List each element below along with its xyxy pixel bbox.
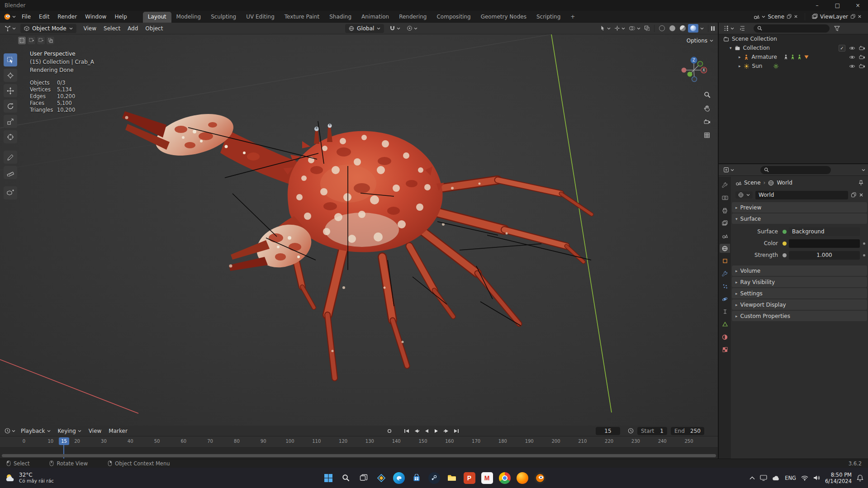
options-button[interactable]: Options bbox=[687, 38, 713, 44]
maximize-button[interactable]: □ bbox=[827, 0, 848, 11]
onedrive-tray-icon[interactable] bbox=[772, 475, 780, 481]
workspace-tab-uv-editing[interactable]: UV Editing bbox=[241, 12, 280, 23]
workspace-tab-shading[interactable]: Shading bbox=[324, 12, 356, 23]
monitor-tray-icon[interactable] bbox=[760, 475, 767, 481]
browse-world-button[interactable] bbox=[735, 191, 753, 199]
shading-material-button[interactable] bbox=[678, 24, 688, 33]
tab-modifiers[interactable] bbox=[720, 269, 730, 278]
editor-type-button[interactable] bbox=[3, 24, 18, 33]
outliner-row-sun[interactable]: ▸ Sun bbox=[719, 62, 868, 71]
unlink-scene-icon[interactable] bbox=[794, 14, 798, 19]
pause-render-icon[interactable] bbox=[711, 26, 715, 31]
blender-icon[interactable] bbox=[534, 472, 546, 484]
zoom-view-icon[interactable] bbox=[701, 89, 713, 100]
frame-start-field[interactable]: Start1 bbox=[637, 427, 667, 435]
menu-select[interactable]: Select bbox=[100, 24, 124, 33]
shading-wireframe-button[interactable] bbox=[657, 24, 667, 33]
pin-icon[interactable] bbox=[859, 180, 863, 186]
network-tray-icon[interactable] bbox=[801, 475, 808, 481]
menu-edit[interactable]: Edit bbox=[35, 12, 53, 21]
shading-solid-button[interactable] bbox=[667, 24, 678, 33]
frame-end-field[interactable]: End250 bbox=[671, 427, 704, 435]
viewlayer-selector[interactable]: ViewLayer bbox=[809, 13, 864, 21]
outliner-row-armature[interactable]: ▸ Armature bbox=[719, 52, 868, 62]
jump-to-end-button[interactable] bbox=[451, 427, 461, 435]
menu-playback[interactable]: Playback bbox=[17, 426, 54, 436]
light-data-icon[interactable] bbox=[773, 63, 779, 69]
properties-search-input[interactable] bbox=[760, 166, 831, 174]
color-swatch-field[interactable] bbox=[789, 239, 860, 248]
file-explorer-icon[interactable] bbox=[446, 472, 458, 484]
menu-help[interactable]: Help bbox=[110, 12, 131, 21]
panel-viewport-display[interactable]: ▸Viewport Display bbox=[732, 299, 867, 310]
auto-keying-button[interactable] bbox=[384, 427, 394, 435]
disable-in-renders-icon[interactable] bbox=[859, 55, 865, 59]
current-frame-field[interactable]: 15 bbox=[596, 427, 620, 435]
photos-icon[interactable] bbox=[375, 472, 387, 484]
menu-view[interactable]: View bbox=[80, 24, 100, 33]
transform-orientation-dropdown[interactable]: Global bbox=[345, 24, 384, 33]
panel-volume[interactable]: ▸Volume bbox=[732, 265, 867, 276]
outliner-row-collection[interactable]: ▾ Collection ✓ bbox=[719, 43, 868, 52]
chrome-icon[interactable] bbox=[499, 472, 511, 484]
rotate-tool[interactable] bbox=[4, 99, 17, 113]
properties-editor-type-button[interactable] bbox=[721, 166, 736, 174]
cursor-tool[interactable] bbox=[4, 69, 17, 82]
properties-options-icon[interactable] bbox=[862, 169, 865, 171]
strength-slider[interactable]: 1.000 bbox=[789, 251, 860, 260]
blender-logo-icon[interactable] bbox=[4, 13, 16, 20]
clock-widget[interactable]: 8:50 PM 6/14/2024 bbox=[825, 472, 852, 484]
gizmos-dropdown[interactable] bbox=[612, 24, 627, 32]
xray-toggle[interactable] bbox=[642, 24, 652, 32]
disable-in-renders-icon[interactable] bbox=[859, 46, 865, 50]
select-mode-extend-button[interactable] bbox=[28, 37, 35, 44]
language-indicator[interactable]: ENG bbox=[785, 475, 796, 481]
volume-tray-icon[interactable] bbox=[813, 475, 820, 481]
menu-view-timeline[interactable]: View bbox=[85, 426, 105, 436]
breadcrumb-world[interactable]: World bbox=[777, 180, 792, 186]
panel-ray-visibility[interactable]: ▸Ray Visibility bbox=[732, 277, 867, 287]
store-icon[interactable] bbox=[411, 472, 422, 484]
jump-to-start-button[interactable] bbox=[402, 427, 412, 435]
hide-in-viewport-icon[interactable] bbox=[849, 64, 855, 68]
tab-tool[interactable] bbox=[720, 180, 730, 190]
menu-keying[interactable]: Keying bbox=[54, 426, 85, 436]
armature-data-icon[interactable] bbox=[797, 54, 802, 60]
workspace-tab-rendering[interactable]: Rendering bbox=[394, 12, 432, 23]
hidden-icons-chevron[interactable] bbox=[749, 476, 755, 480]
expand-icon[interactable]: ▾ bbox=[730, 46, 732, 50]
tab-material[interactable] bbox=[720, 332, 730, 341]
scene-selector[interactable]: Scene bbox=[751, 13, 801, 21]
steam-icon[interactable] bbox=[428, 472, 440, 484]
object-visibility-dropdown[interactable] bbox=[598, 24, 612, 32]
move-tool[interactable] bbox=[4, 84, 17, 97]
firefox-icon[interactable] bbox=[517, 472, 528, 484]
select-box-tool[interactable] bbox=[4, 53, 17, 66]
menu-add[interactable]: Add bbox=[124, 24, 142, 33]
add-cube-tool[interactable] bbox=[4, 186, 17, 199]
exclude-checkbox[interactable]: ✓ bbox=[839, 45, 845, 52]
panel-settings[interactable]: ▸Settings bbox=[732, 288, 867, 298]
shading-rendered-button[interactable] bbox=[688, 24, 698, 33]
shader-socket-icon[interactable] bbox=[783, 230, 787, 234]
overlays-dropdown[interactable] bbox=[627, 24, 642, 32]
select-mode-subtract-button[interactable] bbox=[37, 37, 45, 44]
measure-tool[interactable] bbox=[4, 166, 17, 179]
workspace-tab-texture-paint[interactable]: Texture Paint bbox=[280, 12, 324, 23]
annotate-tool[interactable] bbox=[4, 151, 17, 164]
new-scene-icon[interactable] bbox=[787, 14, 792, 19]
menu-file[interactable]: File bbox=[18, 12, 35, 21]
workspace-tab-geometry-nodes[interactable]: Geometry Nodes bbox=[476, 12, 531, 23]
weather-widget[interactable]: 32°C Có mây rải rác bbox=[5, 472, 54, 484]
new-world-icon[interactable] bbox=[851, 192, 856, 198]
menu-window[interactable]: Window bbox=[81, 12, 110, 21]
timeline-ruler[interactable]: 0102030405060708090100110120130140150160… bbox=[0, 436, 718, 448]
expand-icon[interactable]: ▸ bbox=[739, 64, 741, 68]
camera-view-icon[interactable] bbox=[701, 116, 713, 128]
workspace-tab-animation[interactable]: Animation bbox=[356, 12, 394, 23]
timeline-editor-type-button[interactable] bbox=[3, 427, 17, 435]
snap-toggle[interactable] bbox=[388, 24, 402, 32]
workspace-tab-sculpting[interactable]: Sculpting bbox=[206, 12, 241, 23]
powerpoint-icon[interactable]: P bbox=[464, 472, 475, 484]
next-keyframe-button[interactable] bbox=[441, 427, 451, 435]
